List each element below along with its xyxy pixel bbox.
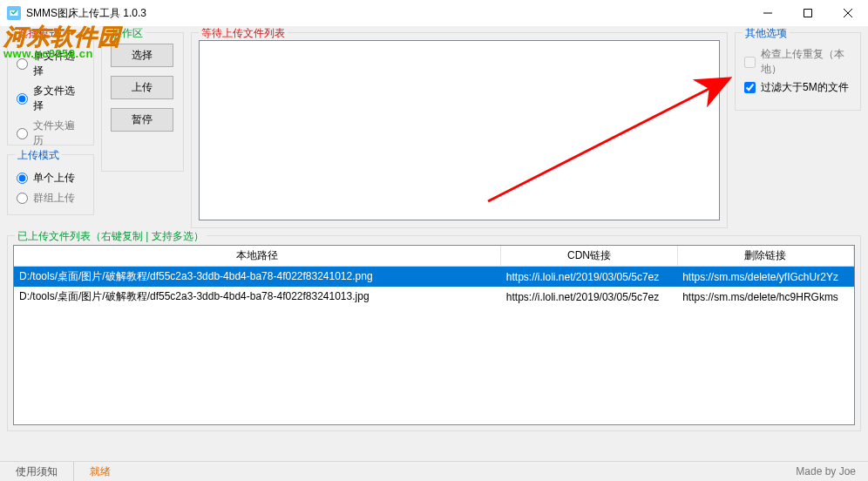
pending-listbox[interactable] xyxy=(199,40,720,220)
col-del[interactable]: 删除链接 xyxy=(677,246,853,267)
pending-group: 等待上传文件列表 xyxy=(191,32,728,228)
col-cdn[interactable]: CDN链接 xyxy=(501,246,677,267)
status-help[interactable]: 使用须知 xyxy=(0,462,74,481)
select-mode-group: 选择模式 单文件选择 多文件选择 文件夹遍历 单层文件夹 xyxy=(7,32,94,146)
select-mode-single[interactable]: 单文件选择 xyxy=(17,49,85,78)
filter-size-option[interactable]: 过滤大于5M的文件 xyxy=(744,80,851,95)
select-mode-folder-recursive[interactable]: 文件夹遍历 xyxy=(17,119,85,148)
col-path[interactable]: 本地路径 xyxy=(14,246,501,267)
table-row[interactable]: D:/tools/桌面/图片/破解教程/df55c2a3-3ddb-4bd4-b… xyxy=(14,287,854,307)
other-options-group: 其他选项 检查上传重复（本地） 过滤大于5M的文件 xyxy=(735,32,861,111)
uploaded-legend: 已上传文件列表（右键复制 | 支持多选） xyxy=(15,229,207,244)
upload-mode-group-opt[interactable]: 群组上传 xyxy=(17,191,85,206)
upload-mode-single[interactable]: 单个上传 xyxy=(17,171,85,186)
window-title: SMMS图床上传工具 1.0.3 xyxy=(26,6,146,21)
pause-button[interactable]: 暂停 xyxy=(111,108,173,132)
uploaded-group: 已上传文件列表（右键复制 | 支持多选） 本地路径 CDN链接 删除链接 D:/… xyxy=(7,235,861,431)
select-mode-folder-recursive-radio[interactable] xyxy=(17,128,28,139)
upload-mode-group-radio[interactable] xyxy=(17,193,28,204)
ops-legend: 操作区 xyxy=(109,26,146,41)
status-madeby: Made by Joe xyxy=(796,465,868,478)
maximize-button[interactable] xyxy=(788,0,828,26)
app-icon xyxy=(7,6,21,20)
select-button[interactable]: 选择 xyxy=(111,44,173,67)
select-mode-multi-radio[interactable] xyxy=(17,93,28,105)
select-mode-multi[interactable]: 多文件选择 xyxy=(17,84,85,113)
ops-group: 操作区 选择 上传 暂停 xyxy=(101,32,184,172)
filter-size-checkbox[interactable] xyxy=(744,82,756,93)
uploaded-table[interactable]: 本地路径 CDN链接 删除链接 D:/tools/桌面/图片/破解教程/df55… xyxy=(14,246,854,307)
status-bar: 使用须知 就绪 Made by Joe xyxy=(0,461,868,481)
pending-legend: 等待上传文件列表 xyxy=(199,26,288,41)
upload-mode-group: 上传模式 单个上传 群组上传 xyxy=(7,154,94,215)
upload-button[interactable]: 上传 xyxy=(111,76,173,99)
table-row[interactable]: D:/tools/桌面/图片/破解教程/df55c2a3-3ddb-4bd4-b… xyxy=(14,267,854,288)
select-mode-legend: 选择模式 xyxy=(15,26,62,41)
upload-mode-legend: 上传模式 xyxy=(15,148,62,163)
close-button[interactable] xyxy=(828,0,868,26)
titlebar: SMMS图床上传工具 1.0.3 xyxy=(0,0,868,27)
check-dupe-checkbox[interactable] xyxy=(744,57,756,68)
other-options-legend: 其他选项 xyxy=(743,26,790,41)
minimize-button[interactable] xyxy=(748,0,788,26)
upload-mode-single-radio[interactable] xyxy=(17,173,28,184)
status-ready: 就绪 xyxy=(90,464,111,479)
check-dupe-option[interactable]: 检查上传重复（本地） xyxy=(744,47,851,77)
select-mode-single-radio[interactable] xyxy=(17,58,28,70)
